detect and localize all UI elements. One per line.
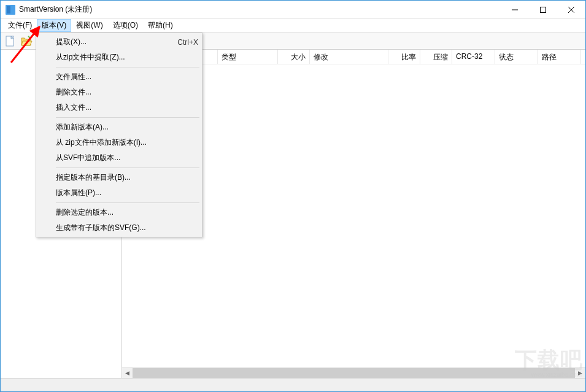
open-folder-button[interactable] — [19, 34, 34, 48]
menu-separator — [56, 67, 199, 67]
scroll-thumb[interactable] — [133, 368, 575, 378]
app-window: SmartVersion (未注册) 文件(F) 版本(V) 视图(W) 选项(… — [0, 0, 586, 392]
menu-view[interactable]: 视图(W) — [71, 19, 107, 32]
menu-item-label: 提取(X)... — [56, 37, 163, 47]
menu-add-version-from-zip[interactable]: 从 zip文件中添加新版本(I)... — [37, 135, 201, 150]
menu-file[interactable]: 文件(F) — [3, 19, 37, 32]
menu-add-new-version[interactable]: 添加新版本(A)... — [37, 120, 201, 135]
menu-separator — [56, 202, 199, 203]
menu-item-label: 指定版本的基目录(B)... — [56, 172, 198, 183]
minimize-button[interactable] — [501, 1, 529, 18]
menu-delete-selected-version[interactable]: 删除选定的版本... — [37, 205, 201, 220]
menu-item-label: 文件属性... — [56, 72, 198, 82]
statusbar — [1, 378, 585, 391]
col-ratio[interactable]: 比率 — [388, 50, 420, 64]
menu-help[interactable]: 帮助(H) — [143, 19, 178, 32]
menu-item-label: 添加新版本(A)... — [56, 122, 198, 133]
menu-item-label: 插入文件... — [56, 102, 198, 113]
menu-item-label: 从 zip文件中添加新版本(I)... — [56, 137, 198, 148]
menu-generate-svf-with-subversions[interactable]: 生成带有子版本的SVF(G)... — [37, 220, 201, 236]
menu-insert-file[interactable]: 插入文件... — [37, 100, 201, 115]
maximize-button[interactable] — [529, 1, 557, 18]
menu-item-label: 从SVF中追加版本... — [56, 153, 198, 163]
col-crc32[interactable]: CRC-32 — [452, 50, 495, 64]
menu-version-properties[interactable]: 版本属性(P)... — [37, 185, 201, 201]
window-controls — [501, 1, 585, 18]
menu-extract[interactable]: 提取(X)... Ctrl+X — [37, 34, 201, 50]
menu-separator — [56, 117, 199, 118]
menu-item-label: 生成带有子版本的SVF(G)... — [56, 223, 198, 233]
app-icon — [6, 5, 15, 15]
menu-extract-from-zip[interactable]: 从zip文件中提取(Z)... — [37, 50, 201, 65]
new-file-icon — [4, 35, 17, 47]
window-title: SmartVersion (未注册) — [19, 4, 501, 15]
menu-item-label: 删除文件... — [56, 87, 198, 98]
version-dropdown-menu: 提取(X)... Ctrl+X 从zip文件中提取(Z)... 文件属性... … — [36, 33, 202, 237]
scroll-left-arrow[interactable]: ◀ — [122, 368, 133, 378]
menu-item-label: 版本属性(P)... — [56, 188, 198, 198]
horizontal-scrollbar[interactable]: ◀ ▶ — [122, 367, 585, 378]
scroll-right-arrow[interactable]: ▶ — [575, 368, 585, 378]
col-path[interactable]: 路径 — [538, 50, 581, 64]
menu-item-label: 删除选定的版本... — [56, 207, 198, 218]
col-type[interactable]: 类型 — [218, 50, 278, 64]
col-status[interactable]: 状态 — [495, 50, 538, 64]
close-icon — [568, 7, 574, 13]
new-file-button[interactable] — [3, 34, 18, 48]
menu-options[interactable]: 选项(O) — [108, 19, 143, 32]
open-folder-icon — [20, 35, 33, 47]
menu-item-shortcut: Ctrl+X — [177, 38, 198, 47]
menu-file-properties[interactable]: 文件属性... — [37, 69, 201, 85]
scroll-track[interactable] — [133, 368, 575, 378]
menu-append-from-svf[interactable]: 从SVF中追加版本... — [37, 150, 201, 166]
col-modified[interactable]: 修改 — [310, 50, 388, 64]
col-size[interactable]: 大小 — [278, 50, 310, 64]
titlebar: SmartVersion (未注册) — [1, 1, 585, 19]
menubar: 文件(F) 版本(V) 视图(W) 选项(O) 帮助(H) — [1, 19, 585, 33]
menu-base-directory[interactable]: 指定版本的基目录(B)... — [37, 170, 201, 185]
minimize-icon — [512, 7, 518, 13]
menu-separator — [56, 167, 199, 168]
close-button[interactable] — [557, 1, 585, 18]
maximize-icon — [540, 7, 546, 13]
menu-delete-file[interactable]: 删除文件... — [37, 85, 201, 100]
svg-rect-1 — [541, 7, 546, 12]
col-compressed[interactable]: 压缩 — [420, 50, 452, 64]
menu-version[interactable]: 版本(V) — [37, 19, 71, 32]
menu-item-label: 从zip文件中提取(Z)... — [56, 52, 198, 63]
